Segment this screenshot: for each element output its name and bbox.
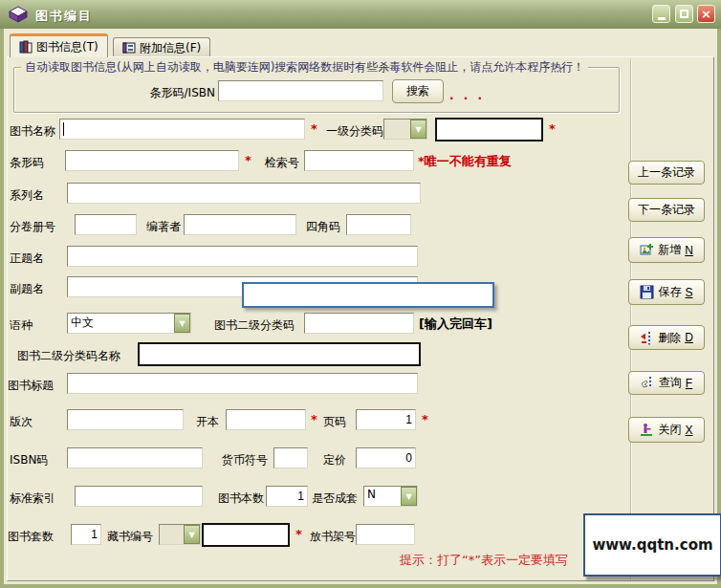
book-name-input[interactable] [59, 119, 305, 140]
chevron-down-icon[interactable]: ▼ [174, 314, 190, 333]
close-button[interactable]: × [697, 5, 715, 23]
search-button-label: 搜索 [406, 83, 429, 99]
watermark-text: www.qqtn.com [592, 536, 712, 554]
class1-required-marker: * [549, 121, 556, 136]
tab-extra-info[interactable]: 附加信息(F) [113, 37, 210, 57]
language-combobox[interactable]: 中文 ▼ [67, 313, 191, 334]
books-icon [19, 40, 33, 54]
chevron-down-icon[interactable]: ▼ [184, 525, 200, 544]
required-fields-hint: 提示：打了“*”表示一定要填写 [400, 552, 568, 569]
pages-label: 页码 [323, 414, 346, 430]
find-icon [641, 376, 655, 390]
collection-no-combobox[interactable]: ▼ [159, 524, 201, 545]
main-title-input[interactable] [67, 246, 418, 267]
minimize-icon [658, 17, 666, 20]
language-label: 语种 [10, 317, 33, 334]
corner-code-label: 四角码 [306, 219, 340, 235]
shelf-no-label: 放书架号 [310, 529, 356, 545]
class1-combobox[interactable]: ▼ [383, 119, 427, 140]
price-input[interactable] [356, 447, 416, 468]
class2-name-input[interactable] [138, 342, 421, 366]
red-dots: . . . [449, 89, 485, 102]
edition-input[interactable] [67, 409, 184, 430]
barcode-required-marker: * [245, 153, 251, 167]
collection-no-required-marker: * [295, 527, 302, 541]
vertical-separator [630, 59, 632, 579]
delete-label: 删除 [658, 330, 681, 346]
close-window-button[interactable]: 关闭X [628, 417, 705, 443]
barcode-isbn-label: 条形码/ISBN [96, 85, 215, 101]
class2-input[interactable] [304, 313, 414, 334]
close-icon: × [701, 8, 711, 20]
previous-record-label: 上一条记录 [638, 164, 695, 181]
shelf-no-input[interactable] [356, 524, 415, 545]
class2-label: 图书二级分类码 [214, 317, 295, 334]
series-input[interactable] [67, 183, 421, 204]
maximize-icon [680, 10, 688, 18]
new-record-button[interactable]: 新增N [628, 237, 705, 263]
main-title-label: 正题名 [10, 250, 44, 267]
format-required-marker: * [311, 412, 317, 426]
barcode-isbn-input[interactable] [218, 80, 383, 101]
isbn-input[interactable] [67, 447, 203, 468]
search-button[interactable]: 搜索 [392, 79, 444, 103]
auto-fetch-caption: 自动读取图书信息(从网上自动读取，电脑要连网)搜索网络数据时有些杀毒软件会阻止，… [21, 59, 588, 76]
collection-no-combo-value [160, 525, 184, 544]
barcode-label: 条形码 [10, 155, 44, 171]
set-count-label: 图书套数 [8, 529, 54, 545]
index-no-label: 检索号 [265, 155, 299, 171]
tab-book-info[interactable]: 图书信息(T) [10, 33, 108, 57]
edition-label: 版次 [10, 414, 33, 430]
book-count-input[interactable] [266, 486, 308, 507]
save-icon [640, 285, 654, 299]
currency-input[interactable] [273, 447, 308, 468]
book-title-input[interactable] [67, 373, 418, 394]
is-set-label: 是否成套 [312, 490, 358, 507]
std-index-label: 标准索引 [10, 490, 55, 507]
index-no-input[interactable] [304, 150, 414, 171]
pages-required-marker: * [422, 412, 428, 426]
unique-warning: *唯一不能有重复 [418, 153, 512, 170]
previous-record-button[interactable]: 上一条记录 [628, 161, 705, 185]
author-label: 编著者 [146, 219, 181, 235]
save-button[interactable]: 保存S [628, 279, 705, 305]
set-count-input[interactable] [71, 524, 101, 545]
find-label: 查询 [659, 375, 682, 391]
empty-overlay-box [242, 282, 494, 308]
class1-combo-value [384, 120, 410, 139]
barcode-input[interactable] [65, 150, 239, 171]
tab-book-info-label: 图书信息(T) [36, 39, 98, 55]
delete-button[interactable]: 删除D [628, 325, 705, 350]
new-record-label: 新增 [658, 242, 681, 258]
chevron-down-icon[interactable]: ▼ [401, 487, 417, 506]
class2-name-label: 图书二级分类码名称 [17, 348, 120, 364]
maximize-button[interactable] [675, 5, 693, 23]
book-name-required-marker: * [311, 121, 317, 136]
book-title-label: 图书标题 [8, 378, 54, 394]
enter-hint: [输入完回车] [419, 316, 492, 333]
new-record-hotkey: N [685, 244, 693, 257]
next-record-button[interactable]: 下一条记录 [628, 198, 705, 222]
collection-no-input[interactable] [202, 523, 290, 547]
save-hotkey: S [685, 286, 692, 299]
window-title: 图书编目 [35, 8, 93, 25]
minimize-button[interactable] [652, 5, 670, 23]
class1-code-input[interactable] [435, 118, 543, 142]
find-button[interactable]: 查询F [628, 371, 705, 395]
corner-code-input[interactable] [346, 214, 411, 235]
pages-input[interactable] [356, 409, 416, 430]
book-name-label: 图书名称 [10, 123, 55, 140]
is-set-combobox[interactable]: N ▼ [363, 486, 418, 507]
text-cursor [63, 122, 64, 136]
find-hotkey: F [686, 377, 692, 390]
collection-no-label: 藏书编号 [107, 529, 153, 545]
format-input[interactable] [226, 409, 306, 430]
volume-label: 分卷册号 [10, 219, 55, 235]
volume-input[interactable] [75, 214, 137, 235]
author-input[interactable] [184, 214, 296, 235]
price-label: 定价 [323, 452, 346, 468]
subtitle-label: 副题名 [10, 281, 44, 297]
std-index-input[interactable] [75, 486, 203, 507]
chevron-down-icon[interactable]: ▼ [410, 120, 426, 139]
is-set-combo-value: N [364, 487, 401, 506]
